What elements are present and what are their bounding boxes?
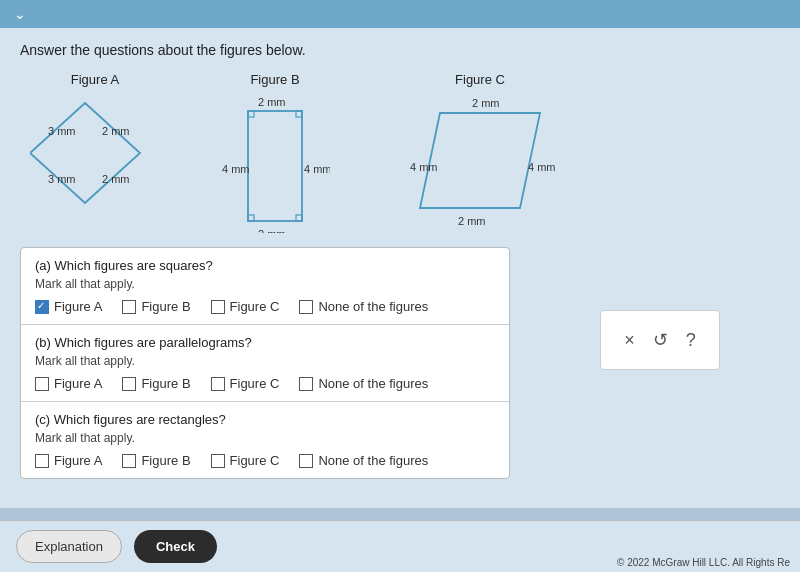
svg-text:4 mm: 4 mm xyxy=(410,161,438,173)
option-a-figureC[interactable]: Figure C xyxy=(211,299,280,314)
question-c-section: (c) Which figures are rectangles? Mark a… xyxy=(21,402,509,478)
option-c-figureA[interactable]: Figure A xyxy=(35,453,102,468)
top-bar: ⌄ xyxy=(0,0,800,28)
figure-b-label: Figure B xyxy=(250,72,299,87)
question-a-sub: Mark all that apply. xyxy=(35,277,495,291)
option-b-figureB[interactable]: Figure B xyxy=(122,376,190,391)
question-c-title: (c) Which figures are rectangles? xyxy=(35,412,495,427)
checkbox-a-figureC[interactable] xyxy=(211,300,225,314)
svg-text:4 mm: 4 mm xyxy=(304,163,330,175)
questions-panel: (a) Which figures are squares? Mark all … xyxy=(20,247,510,479)
checkbox-a-figureA[interactable] xyxy=(35,300,49,314)
question-a-section: (a) Which figures are squares? Mark all … xyxy=(21,248,509,325)
question-a-options: Figure A Figure B Figure C None of the f… xyxy=(35,299,495,314)
question-b-title: (b) Which figures are parallelograms? xyxy=(35,335,495,350)
figure-a-label: Figure A xyxy=(71,72,119,87)
checkbox-c-figureB[interactable] xyxy=(122,454,136,468)
checkbox-a-figureB[interactable] xyxy=(122,300,136,314)
svg-text:2 mm: 2 mm xyxy=(258,96,286,108)
instruction-text: Answer the questions about the figures b… xyxy=(20,42,780,58)
checkbox-c-figureA[interactable] xyxy=(35,454,49,468)
figures-area: Figure A 3 mm 2 mm 3 mm 2 mm Figure B xyxy=(30,72,780,233)
option-a-figureA[interactable]: Figure A xyxy=(35,299,102,314)
checkbox-b-figureB[interactable] xyxy=(122,377,136,391)
checkbox-c-none[interactable] xyxy=(299,454,313,468)
main-content: Answer the questions about the figures b… xyxy=(0,28,800,508)
option-c-figureB[interactable]: Figure B xyxy=(122,453,190,468)
figure-c-container: Figure C 2 mm 4 mm 4 mm 2 mm xyxy=(400,72,560,233)
question-c-sub: Mark all that apply. xyxy=(35,431,495,445)
option-b-figureA[interactable]: Figure A xyxy=(35,376,102,391)
svg-text:4 mm: 4 mm xyxy=(222,163,250,175)
checkbox-b-figureA[interactable] xyxy=(35,377,49,391)
svg-marker-0 xyxy=(30,103,140,203)
checkbox-a-none[interactable] xyxy=(299,300,313,314)
help-button[interactable]: ? xyxy=(686,330,696,351)
chevron-down-icon[interactable]: ⌄ xyxy=(10,4,30,24)
option-b-figureC[interactable]: Figure C xyxy=(211,376,280,391)
figure-c-svg: 2 mm 4 mm 4 mm 2 mm xyxy=(400,93,560,233)
option-b-none[interactable]: None of the figures xyxy=(299,376,428,391)
question-b-section: (b) Which figures are parallelograms? Ma… xyxy=(21,325,509,402)
figure-a-svg: 3 mm 2 mm 3 mm 2 mm xyxy=(30,93,160,213)
question-b-sub: Mark all that apply. xyxy=(35,354,495,368)
svg-text:4 mm: 4 mm xyxy=(528,161,556,173)
svg-rect-5 xyxy=(248,111,302,221)
figure-b-svg: 2 mm 4 mm 4 mm 2 mm xyxy=(220,93,330,233)
question-b-options: Figure A Figure B Figure C None of the f… xyxy=(35,376,495,391)
copyright-text: © 2022 McGraw Hill LLC. All Rights Re xyxy=(617,557,790,568)
svg-marker-14 xyxy=(420,113,540,208)
checkbox-b-figureC[interactable] xyxy=(211,377,225,391)
explanation-button[interactable]: Explanation xyxy=(16,530,122,563)
checkbox-b-none[interactable] xyxy=(299,377,313,391)
close-button[interactable]: × xyxy=(624,330,635,351)
figure-a-container: Figure A 3 mm 2 mm 3 mm 2 mm xyxy=(30,72,160,213)
action-panel: × ↺ ? xyxy=(600,310,720,370)
option-c-none[interactable]: None of the figures xyxy=(299,453,428,468)
svg-text:3 mm: 3 mm xyxy=(48,125,76,137)
check-button[interactable]: Check xyxy=(134,530,217,563)
option-a-figureB[interactable]: Figure B xyxy=(122,299,190,314)
figure-c-label: Figure C xyxy=(455,72,505,87)
svg-text:2 mm: 2 mm xyxy=(102,125,130,137)
svg-text:2 mm: 2 mm xyxy=(472,97,500,109)
svg-text:2 mm: 2 mm xyxy=(102,173,130,185)
option-a-none[interactable]: None of the figures xyxy=(299,299,428,314)
figure-b-container: Figure B 2 mm 4 mm 4 mm 2 mm xyxy=(220,72,330,233)
option-c-figureC[interactable]: Figure C xyxy=(211,453,280,468)
question-c-options: Figure A Figure B Figure C None of the f… xyxy=(35,453,495,468)
question-a-title: (a) Which figures are squares? xyxy=(35,258,495,273)
svg-text:2 mm: 2 mm xyxy=(458,215,486,227)
svg-text:2 mm: 2 mm xyxy=(258,228,286,233)
checkbox-c-figureC[interactable] xyxy=(211,454,225,468)
svg-text:3 mm: 3 mm xyxy=(48,173,76,185)
undo-button[interactable]: ↺ xyxy=(653,329,668,351)
